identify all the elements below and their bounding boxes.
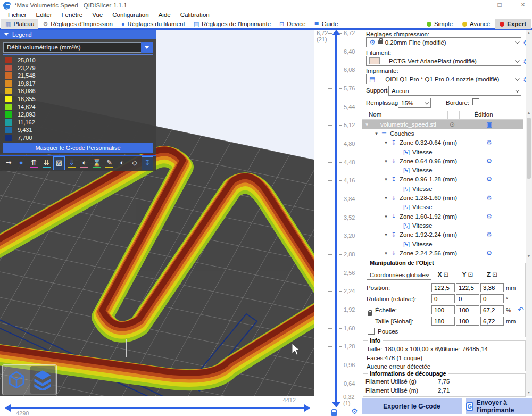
slider-left-arrow[interactable]	[5, 404, 11, 412]
expander-chevron-icon[interactable]: ▾	[373, 131, 380, 136]
hide-custom-gcode-button[interactable]: Masquer le G-code Personnalisé	[3, 143, 153, 153]
size-z-field[interactable]	[480, 317, 504, 326]
expander-chevron-icon[interactable]: ▾	[383, 214, 389, 219]
gcode-toggle-icon[interactable]: ⌛	[91, 156, 103, 170]
row-settings-icon[interactable]: ▣	[486, 121, 492, 128]
gcode-toggle-icon[interactable]: ⇊	[40, 156, 52, 170]
tree-row[interactable]: [ϟ] Vitesse	[362, 221, 523, 230]
mode-toggle[interactable]: Expert	[495, 19, 531, 29]
position-x-field[interactable]	[431, 283, 455, 292]
tree-row[interactable]: [ϟ] Vitesse	[362, 147, 523, 156]
position-y-field[interactable]	[456, 283, 479, 292]
slider-settings-gear-icon[interactable]: ⚙	[351, 407, 358, 415]
row-settings-icon[interactable]: ⚙	[486, 157, 492, 165]
gcode-toggle-icon[interactable]: ◇	[129, 156, 140, 170]
tab[interactable]: ⚙ Réglages d'Impression	[38, 19, 117, 29]
tab[interactable]: ≣ Guide	[310, 19, 342, 29]
size-x-field[interactable]	[431, 317, 455, 326]
gcode-toggle-icon[interactable]: ●	[15, 156, 27, 170]
tree-row[interactable]: ▾ volumetric_speed.stl ⊙ ▣	[362, 120, 523, 129]
tree-row[interactable]: [ϟ] Vitesse	[362, 184, 523, 193]
gcode-toggle-icon[interactable]: ◐	[78, 156, 90, 170]
sidebar-scrollbar[interactable]: ▲ ▲ ▼ ▼	[526, 30, 532, 396]
gcode-toggle-icon[interactable]: ▨	[53, 156, 65, 170]
legend-header[interactable]: Legend	[0, 30, 156, 39]
layer-slider-bottom-handle[interactable]	[332, 402, 340, 407]
printer-preset-select[interactable]: ▤ QIDI Q1 Pro * Q1 Pro 0.4 nozzle (modif…	[366, 74, 521, 84]
minimize-button[interactable]: –	[471, 1, 481, 9]
expander-chevron-icon[interactable]: ▾	[383, 159, 389, 164]
position-z-field[interactable]	[480, 283, 504, 292]
tree-row[interactable]: ▾ ↧ Zone 0.32-0.64 (mm) ⚙	[362, 138, 523, 147]
tab[interactable]: ⊡ Device	[275, 19, 310, 29]
rotation-z-field[interactable]	[480, 294, 504, 303]
row-settings-icon[interactable]: ⚙	[486, 213, 492, 220]
scale-y-field[interactable]	[456, 305, 479, 314]
gcode-toggle-icon[interactable]: ✎	[104, 156, 115, 170]
row-settings-icon[interactable]: ⚙	[486, 249, 492, 257]
expander-chevron-icon[interactable]: ▾	[383, 140, 389, 145]
scroll-up-icon[interactable]: ▲	[526, 31, 532, 35]
slider-right-arrow[interactable]	[304, 404, 310, 412]
maximize-button[interactable]: □	[495, 1, 504, 9]
tree-row[interactable]: ▾ ↧ Zone 1.92-2.24 (mm) ⚙	[362, 230, 523, 239]
inches-checkbox[interactable]	[368, 328, 375, 335]
slider-lock-icon[interactable]	[331, 409, 337, 416]
gcode-toggle-icon[interactable]: ⇓	[66, 156, 78, 170]
view-type-dropdown-button[interactable]	[141, 42, 153, 53]
moves-slider[interactable]: 4412 4290	[0, 396, 314, 416]
row-settings-icon[interactable]: ⚙	[486, 231, 492, 238]
mode-toggle[interactable]: Simple	[422, 19, 458, 29]
send-to-printer-button[interactable]: G Envoyer à l'imprimante	[466, 398, 532, 414]
mode-toggle[interactable]: Avancé	[458, 19, 495, 29]
undo-icon[interactable]: ↶	[518, 305, 524, 314]
rotation-y-field[interactable]	[456, 294, 479, 303]
tree-row[interactable]: ▾ ↧ Zone 1.28-1.60 (mm) ⚙	[362, 193, 523, 202]
tab[interactable]: ▤ Réglages de l'Imprimante	[189, 19, 275, 29]
moves-slider-track[interactable]	[11, 407, 304, 409]
coordinates-select[interactable]: Coordonnées globales	[367, 270, 431, 280]
layer-slider[interactable]: 6,72 (21) 6,72 6,40 6,08	[314, 30, 362, 416]
supports-select[interactable]: Aucun	[388, 86, 521, 96]
scroll-up-icon[interactable]: ▲	[526, 111, 532, 114]
tree-row[interactable]: [ϟ] Vitesse	[362, 239, 523, 248]
tree-row[interactable]: ▾ ☰ Couches	[362, 129, 523, 138]
export-gcode-button[interactable]: Exporter le G-code	[362, 398, 462, 414]
row-settings-icon[interactable]: ⚙	[486, 176, 492, 183]
uniform-scale-lock-icon[interactable]	[368, 312, 372, 316]
tree-row[interactable]: [ϟ] Vitesse	[362, 165, 523, 174]
expander-chevron-icon[interactable]: ▾	[383, 251, 389, 256]
gcode-toggle-icon[interactable]: ⇝	[3, 156, 14, 170]
brim-checkbox[interactable]	[472, 98, 479, 105]
row-settings-icon[interactable]: ⚙	[486, 194, 492, 202]
scrollbar-thumb[interactable]	[527, 118, 531, 179]
size-y-field[interactable]	[456, 317, 479, 326]
expander-chevron-icon[interactable]: ▾	[383, 232, 389, 237]
eye-icon[interactable]: ⊙	[450, 121, 455, 128]
expander-chevron-icon[interactable]: ▾	[383, 177, 389, 182]
scale-z-field[interactable]	[480, 305, 504, 314]
scale-x-field[interactable]	[431, 305, 455, 314]
print-preset-select[interactable]: ⚙ 0.20mm Fine (modifié)	[366, 37, 521, 47]
expander-chevron-icon[interactable]: ▾	[363, 122, 370, 127]
tab[interactable]: ● Réglages du filament	[117, 19, 189, 29]
tab[interactable]: ▦ Plateau	[1, 19, 38, 29]
tree-row[interactable]: ▾ ↧ Zone 0.96-1.28 (mm) ⚙	[362, 175, 523, 184]
tree-row[interactable]: [ϟ] Vitesse	[362, 203, 523, 212]
expander-chevron-icon[interactable]: ▾	[383, 195, 389, 201]
gcode-toggle-icon[interactable]: ◐	[116, 156, 128, 170]
gcode-toggle-icon[interactable]: ↧	[142, 156, 153, 170]
infill-select[interactable]: 15%	[398, 98, 431, 108]
tree-row[interactable]: ▾ ↧ Zone 2.24-2.56 (mm) ⚙	[362, 248, 523, 257]
scroll-down-icon[interactable]: ▼	[526, 254, 532, 258]
filament-preset-select[interactable]: PCTG Vert ArianePlast (modifié)	[366, 56, 521, 66]
close-button[interactable]: ×	[518, 1, 528, 9]
scroll-down-icon[interactable]: ▼	[526, 390, 532, 394]
preview-view-button[interactable]	[30, 366, 56, 394]
rotation-x-field[interactable]	[431, 294, 455, 303]
gcode-toggle-icon[interactable]: ⇈	[28, 156, 39, 170]
tree-row[interactable]: ▾ ↧ Zone 1.60-1.92 (mm) ⚙	[362, 212, 523, 221]
editor-view-button[interactable]	[4, 366, 29, 394]
view-type-select[interactable]: Débit volumétrique (mm³/s)	[3, 42, 153, 53]
row-settings-icon[interactable]: ⚙	[486, 139, 492, 146]
